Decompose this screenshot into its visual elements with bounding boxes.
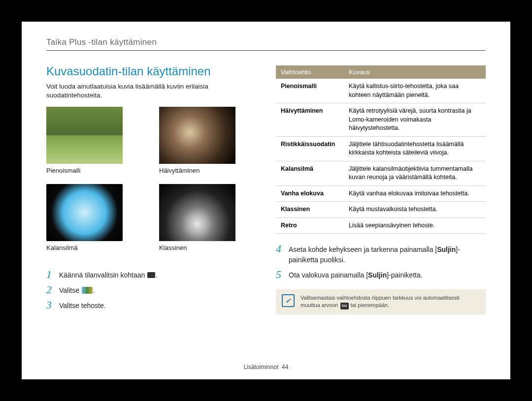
footer-section: Lisätoiminnot: [244, 364, 279, 370]
note-box: ✓ Valitsemastasi vaihtoehdosta riippuen …: [276, 289, 486, 314]
options-tbody: Pienoismalli Käytä kallistus-siirto-teho…: [276, 79, 486, 234]
thumb-image-fisheye: [46, 184, 123, 241]
step-number: 5: [276, 269, 289, 280]
option-desc: Käytä kallistus-siirto-tehostetta, joka …: [344, 79, 486, 103]
step-text: Valitse .: [59, 284, 95, 296]
table-row: Retro Lisää seepiansävyinen tehoste.: [276, 217, 486, 234]
table-row: Kalansilmä Jäljittele kalansilmäobjektii…: [276, 161, 486, 185]
footer-page-number: 44: [282, 364, 288, 370]
note-text: Valitsemastasi vaihtoehdosta riippuen ta…: [300, 294, 480, 309]
thumb-image-vignette: [159, 107, 235, 164]
page-header: Taika Plus -tilan käyttäminen: [46, 37, 486, 51]
table-row: Klassinen Käytä mustavalkoista tehostett…: [276, 202, 486, 218]
table-row: Vanha elokuva Käytä vanhaa elokuvaa imit…: [276, 185, 486, 202]
option-desc: Käytä retrotyylisiä värejä, suurta kontr…: [344, 103, 486, 137]
options-table: Vaihtoehto Kuvaus Pienoismalli Käytä kal…: [276, 65, 486, 234]
thumb-cell-classic: Klassinen: [159, 184, 256, 258]
option-name: Klassinen: [276, 202, 344, 218]
option-name: Ristikkäissuodatin: [276, 136, 344, 161]
th-option: Vaihtoehto: [276, 65, 344, 79]
table-row: Pienoismalli Käytä kallistus-siirto-teho…: [276, 79, 486, 103]
intro-text: Voit luoda ainutlaatuisia kuvia lisäämäl…: [46, 82, 256, 100]
steps-list-left: 1 Käännä tilanvalitsin kohtaan . 2 Valit…: [46, 269, 256, 311]
step-number: 1: [46, 269, 59, 280]
step-item: 3 Valitse tehoste.: [46, 300, 256, 311]
thumb-label: Klassinen: [159, 244, 256, 251]
option-desc: Jäljittele tähtisuodatintehostetta lisää…: [344, 136, 486, 161]
thumb-image-classic: [159, 184, 235, 241]
th-description: Kuvaus: [344, 65, 486, 79]
step-number: 3: [46, 300, 59, 310]
option-desc: Jäljittele kalansilmäobjektiivia tumment…: [344, 161, 486, 185]
mode-dial-icon: [147, 272, 155, 278]
option-name: Retro: [276, 217, 344, 234]
step-text: Aseta kohde kehykseen ja tarkenna painam…: [289, 244, 486, 265]
filter-mode-icon: [82, 287, 93, 294]
note-icon: ✓: [282, 294, 295, 307]
left-column: Kuvasuodatin-tilan käyttäminen Voit luod…: [46, 64, 256, 315]
steps-list-right: 4 Aseta kohde kehykseen ja tarkenna pain…: [276, 244, 486, 280]
content-columns: Kuvasuodatin-tilan käyttäminen Voit luod…: [46, 64, 486, 315]
thumb-image-miniature: [46, 107, 123, 164]
header-title: Taika Plus -tilan käyttäminen: [46, 37, 157, 47]
step-text: Käännä tilanvalitsin kohtaan .: [59, 269, 158, 280]
step-text: Ota valokuva painamalla [Suljin]-painike…: [289, 269, 423, 280]
option-name: Vanha elokuva: [276, 185, 344, 202]
step-text: Valitse tehoste.: [59, 300, 106, 311]
step-item: 2 Valitse .: [46, 284, 256, 296]
step-item: 1 Käännä tilanvalitsin kohtaan .: [46, 269, 256, 280]
thumbnail-grid: Pienoismalli Häivyttäminen Kalansilmä Kl…: [46, 107, 256, 258]
table-row: Häivyttäminen Käytä retrotyylisiä värejä…: [276, 103, 486, 137]
thumb-label: Pienoismalli: [46, 167, 143, 174]
thumb-cell-fisheye: Kalansilmä: [46, 184, 143, 258]
step-number: 2: [46, 284, 59, 295]
right-column: Vaihtoehto Kuvaus Pienoismalli Käytä kal…: [276, 64, 486, 315]
option-name: Kalansilmä: [276, 161, 344, 185]
thumb-cell-miniature: Pienoismalli: [46, 107, 143, 181]
table-row: Ristikkäissuodatin Jäljittele tähtisuoda…: [276, 136, 486, 161]
option-name: Pienoismalli: [276, 79, 344, 103]
step-item: 4 Aseta kohde kehykseen ja tarkenna pain…: [276, 244, 486, 265]
section-title: Kuvasuodatin-tilan käyttäminen: [46, 64, 256, 78]
option-name: Häivyttäminen: [276, 103, 344, 137]
option-desc: Käytä mustavalkoista tehostetta.: [344, 202, 486, 218]
page-footer: Lisätoiminnot 44: [22, 364, 510, 370]
thumb-label: Kalansilmä: [46, 244, 143, 251]
table-header-row: Vaihtoehto Kuvaus: [276, 65, 486, 79]
option-desc: Käytä vanhaa elokuvaa imitoivaa tehostet…: [344, 185, 486, 202]
option-desc: Lisää seepiansävyinen tehoste.: [344, 217, 486, 234]
thumb-label: Häivyttäminen: [159, 167, 256, 174]
step-number: 4: [276, 244, 289, 254]
manual-page: Taika Plus -tilan käyttäminen Kuvasuodat…: [22, 22, 510, 379]
thumb-cell-vignette: Häivyttäminen: [159, 107, 256, 181]
step-item: 5 Ota valokuva painamalla [Suljin]-paini…: [276, 269, 486, 280]
resolution-badge: 5M: [340, 303, 349, 309]
